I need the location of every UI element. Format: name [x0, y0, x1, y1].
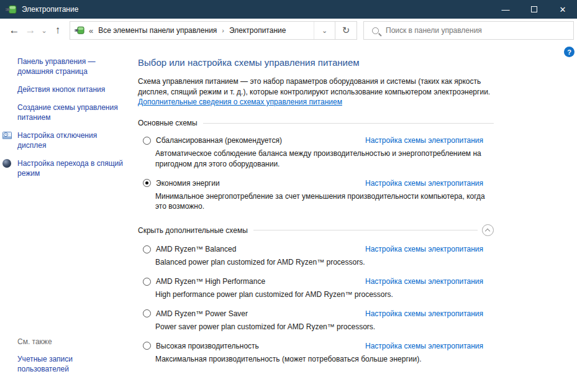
section-primary-plans: Основные схемы — [138, 119, 494, 127]
navigation-toolbar: ← → ⌄ ↑ « Все элементы панели управления… — [0, 19, 577, 42]
display-clock-icon — [2, 130, 14, 140]
breadcrumb-current[interactable]: Электропитание — [229, 26, 286, 35]
sidebar-item-create-plan[interactable]: Создание схемы управления питанием — [17, 103, 124, 122]
section-divider — [253, 230, 478, 230]
see-also-section: См. также Учетные записи пользователей — [17, 337, 132, 382]
forward-button: → — [22, 22, 39, 39]
section-divider — [203, 123, 494, 124]
plan-name[interactable]: Сбалансированная (рекомендуется) — [156, 136, 365, 145]
maximize-button[interactable] — [520, 0, 548, 19]
collapse-chevron-button[interactable] — [482, 224, 494, 236]
search-input[interactable] — [386, 26, 573, 35]
plan-radio[interactable] — [143, 137, 151, 145]
configure-plan-link[interactable]: Настройка схемы электропитания — [365, 179, 483, 188]
plan-name[interactable]: AMD Ryzen™ Power Saver — [156, 309, 365, 318]
sidebar: Панель управления — домашняя страница Де… — [0, 42, 138, 392]
sidebar-item-power-buttons[interactable]: Действия кнопок питания — [17, 84, 124, 94]
breadcrumb-overflow-chevron[interactable]: « — [89, 26, 93, 35]
plan-description: Автоматическое соблюдение баланса между … — [155, 148, 494, 170]
sidebar-item-home[interactable]: Панель управления — домашняя страница — [17, 57, 124, 76]
page-title: Выбор или настройка схемы управления пит… — [138, 57, 494, 68]
more-info-link[interactable]: Дополнительные сведения о схемах управле… — [138, 98, 342, 106]
minimize-button[interactable]: — — [491, 0, 520, 19]
window-controls: — ✕ — [491, 0, 577, 19]
back-button[interactable]: ← — [6, 22, 22, 39]
plan-name[interactable]: Экономия энергии — [156, 179, 365, 188]
plan-radio[interactable] — [143, 342, 151, 350]
sidebar-item-sleep-settings[interactable]: Настройка перехода в спящий режим — [17, 158, 124, 178]
window-title: Электропитание — [22, 5, 78, 14]
plan-name[interactable]: Высокая производительность — [156, 342, 365, 350]
plan-radio[interactable] — [143, 179, 151, 187]
maximize-icon — [531, 6, 537, 12]
refresh-button[interactable]: ↻ — [335, 21, 357, 40]
plan-row-ryzen-high-performance: AMD Ryzen™ High Performance Настройка сх… — [138, 277, 494, 300]
plan-radio[interactable] — [143, 278, 151, 286]
plan-row-high-performance: Высокая производительность Настройка схе… — [138, 342, 494, 365]
sidebar-item-label: Настройка перехода в спящий режим — [17, 159, 123, 178]
plan-description: Balanced power plan customized for AMD R… — [155, 257, 494, 268]
plan-name[interactable]: AMD Ryzen™ High Performance — [156, 277, 365, 286]
plan-name[interactable]: AMD Ryzen™ Balanced — [156, 245, 365, 253]
plan-description: Максимальная производительность (может п… — [155, 354, 494, 365]
configure-plan-link[interactable]: Настройка схемы электропитания — [365, 136, 483, 145]
main-panel: Выбор или настройка схемы управления пит… — [138, 42, 494, 392]
address-bar[interactable]: « Все элементы панели управления › Элект… — [70, 21, 335, 40]
configure-plan-link[interactable]: Настройка схемы электропитания — [365, 342, 483, 350]
up-button[interactable]: ↑ — [50, 22, 66, 39]
see-also-header: См. также — [17, 337, 132, 346]
section-label: Скрыть дополнительные схемы — [138, 226, 248, 235]
plan-radio[interactable] — [143, 309, 151, 317]
titlebar: Электропитание — ✕ — [0, 0, 577, 19]
page-description: Схема управления питанием — это набор па… — [138, 76, 494, 97]
configure-plan-link[interactable]: Настройка схемы электропитания — [365, 245, 483, 253]
plan-description: High performance power plan customized f… — [155, 289, 494, 300]
power-plug-app-icon — [6, 5, 17, 14]
sleep-orb-icon — [2, 158, 14, 168]
history-chevron-icon[interactable]: ⌄ — [39, 27, 50, 35]
plan-row-ryzen-power-saver: AMD Ryzen™ Power Saver Настройка схемы э… — [138, 309, 494, 332]
plan-row-ryzen-balanced: AMD Ryzen™ Balanced Настройка схемы элек… — [138, 245, 494, 268]
search-box[interactable] — [363, 21, 574, 40]
plan-description: Power saver power plan customized for AM… — [155, 322, 494, 332]
power-plug-icon — [75, 26, 84, 35]
content-area: Панель управления — домашняя страница Де… — [0, 42, 577, 392]
sidebar-item-label: Настройка отключения дисплея — [17, 131, 97, 150]
breadcrumb-root[interactable]: Все элементы панели управления — [98, 26, 217, 35]
plan-row-power-saver: Экономия энергии Настройка схемы электро… — [138, 179, 494, 212]
plan-description: Минимальное энергопотребление за счет ум… — [155, 191, 494, 212]
help-button[interactable]: ? — [564, 47, 575, 57]
search-icon — [372, 27, 379, 34]
plan-radio[interactable] — [143, 245, 151, 253]
sidebar-item-display-off[interactable]: Настройка отключения дисплея — [17, 130, 124, 150]
breadcrumb-separator-icon[interactable]: › — [222, 27, 224, 34]
section-additional-plans: Скрыть дополнительные схемы — [138, 224, 494, 236]
close-button[interactable]: ✕ — [548, 0, 577, 19]
section-label: Основные схемы — [138, 119, 198, 127]
plan-row-balanced: Сбалансированная (рекомендуется) Настрой… — [138, 136, 494, 170]
sidebar-item-user-accounts[interactable]: Учетные записи пользователей — [17, 354, 124, 374]
configure-plan-link[interactable]: Настройка схемы электропитания — [365, 277, 483, 286]
address-dropdown-chevron-icon[interactable]: ⌄ — [314, 22, 335, 39]
configure-plan-link[interactable]: Настройка схемы электропитания — [365, 309, 483, 318]
